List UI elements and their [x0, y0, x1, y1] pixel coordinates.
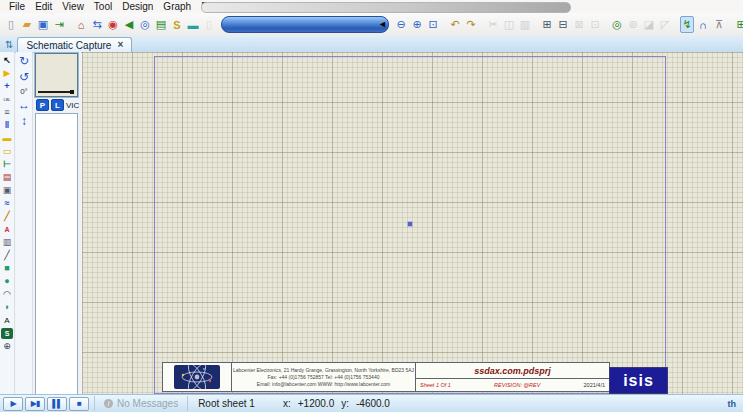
component-mode-icon[interactable]: ▶ [1, 68, 13, 79]
flip-vertical-icon[interactable]: ↕ [21, 115, 27, 128]
script-icon[interactable]: S [170, 16, 184, 33]
orientation-toolbar: ↻ ↺ 0° ↔ ↕ [16, 52, 33, 395]
stop-button[interactable]: ■ [69, 397, 89, 411]
menu-bar-gradient [201, 2, 571, 13]
box-2d-icon[interactable]: ■ [1, 263, 13, 274]
simulation-controls: ▶▶▮▌▌■ [0, 397, 94, 411]
terminal-mode-icon[interactable]: ▭ [1, 146, 13, 157]
marker-2d-icon[interactable]: ⊕ [1, 341, 13, 352]
block-delete-icon[interactable]: ⊡ [588, 16, 602, 33]
schematic-canvas[interactable]: Labcenter Electronics, 21 Hardy Grange, … [82, 52, 743, 395]
address-line-1: Labcenter Electronics, 21 Hardy Grange, … [232, 367, 415, 374]
x-value: +1200.0 [298, 398, 334, 409]
message-area[interactable]: i No Messages [94, 396, 188, 411]
block-rotate-icon[interactable]: ⊠ [572, 16, 586, 33]
flip-horizontal-icon[interactable]: ↔ [18, 99, 30, 112]
pick-devices-button[interactable]: P [36, 99, 49, 111]
new-design-icon[interactable]: ▯ [4, 16, 18, 33]
zoom-in-icon[interactable]: ⊕ [410, 16, 424, 33]
subcircuit-mode-icon[interactable]: ▬ [1, 133, 13, 144]
zoom-out-icon[interactable]: ⊖ [394, 16, 408, 33]
menu-design[interactable]: Design [117, 0, 158, 13]
save-design-icon[interactable]: ▣ [36, 16, 50, 33]
selection-mode-icon[interactable]: ↖ [1, 55, 13, 66]
project-info-cell: ssdax.com.pdsprj Sheet 1 Of 1 REVISION: … [416, 363, 609, 391]
wire-autorouter-icon[interactable]: ↯ [680, 16, 694, 33]
notes-icon[interactable]: ▬ [186, 16, 200, 33]
application-icon[interactable]: ⇅ [5, 39, 13, 50]
blank-page-icon[interactable]: ▯ [202, 16, 216, 33]
menu-edit[interactable]: Edit [30, 0, 57, 13]
arc-2d-icon[interactable]: ◠ [1, 289, 13, 300]
wire-label-mode-icon[interactable]: LBL [1, 94, 13, 105]
settings-target-icon[interactable]: ◉ [106, 16, 120, 33]
zoom-area-icon[interactable]: ⊡ [426, 16, 440, 33]
company-address: Labcenter Electronics, 21 Hardy Grange, … [232, 363, 416, 391]
block-move-icon[interactable]: ⊟ [556, 16, 570, 33]
play-button[interactable]: ▶ [3, 397, 23, 411]
open-design-icon[interactable]: ▰ [20, 16, 34, 33]
symbol-2d-icon[interactable]: S [1, 328, 13, 339]
junction-mode-icon[interactable]: + [1, 81, 13, 92]
tab-label: Schematic Capture [26, 40, 111, 51]
find-icon[interactable]: ◎ [138, 16, 152, 33]
import-design-icon[interactable]: ⇥ [52, 16, 66, 33]
object-selector: P L VIC [34, 52, 81, 395]
library-manager-button[interactable]: L [51, 99, 64, 111]
virtual-instruments-mode-icon[interactable]: ▥ [1, 237, 13, 248]
address-line-2: Fax: +44 (0)1756 752857 Tel: +44 (0)1756… [232, 374, 415, 381]
current-probe-mode-icon[interactable]: A [1, 224, 13, 235]
device-list[interactable] [35, 113, 78, 395]
redo-icon[interactable]: ↷ [464, 16, 478, 33]
make-device-icon[interactable]: ⊚ [626, 16, 640, 33]
toolbar-slider[interactable]: ◄ [221, 16, 389, 33]
slider-arrow-icon: ◄ [378, 20, 387, 29]
tab-close-icon[interactable]: × [117, 40, 123, 50]
circle-2d-icon[interactable]: ● [1, 276, 13, 287]
graph-mode-icon[interactable]: ▤ [1, 172, 13, 183]
cut-icon[interactable]: ✂ [486, 16, 500, 33]
paste-icon[interactable]: ▥ [518, 16, 532, 33]
menu-file[interactable]: File [4, 0, 30, 13]
generator-mode-icon[interactable]: ≈ [1, 198, 13, 209]
text-script-mode-icon[interactable]: ≡ [1, 107, 13, 118]
line-2d-icon[interactable]: ╱ [1, 250, 13, 261]
no-messages-icon: i [104, 399, 113, 408]
revision-label: REVISION: @REV [494, 382, 540, 388]
rotate-anticlockwise-icon[interactable]: ↺ [19, 71, 29, 84]
origin-marker [408, 222, 412, 226]
packaging-tool-icon[interactable]: ◪ [642, 16, 656, 33]
block-copy-icon[interactable]: ⊞ [540, 16, 554, 33]
bom-icon[interactable]: ▤ [154, 16, 168, 33]
sheet-info-row: Sheet 1 Of 1 REVISION: @REV 2021/4/1 [416, 379, 609, 391]
goto-icon[interactable]: ◀ [122, 16, 136, 33]
new-sheet-icon[interactable]: ⊞ [734, 16, 743, 33]
sheet-number: Sheet 1 Of 1 [420, 382, 451, 388]
menu-view[interactable]: View [57, 0, 89, 13]
text-2d-icon[interactable]: A [1, 315, 13, 326]
path-2d-icon[interactable]: ◗ [1, 302, 13, 313]
search-tag-icon[interactable]: ∩ [696, 16, 710, 33]
tab-schematic-capture[interactable]: Schematic Capture × [17, 37, 132, 52]
menu-tool[interactable]: Tool [89, 0, 117, 13]
menu-graph[interactable]: Graph [158, 0, 196, 13]
mode-toolbar: ↖▶+LBL≡‖▬▭⊢▤▣≈╱A▥╱■●◠◗AS⊕ [0, 52, 15, 395]
project-name: ssdax.com.pdsprj [416, 363, 609, 379]
zoom-center-icon[interactable]: ⇆ [90, 16, 104, 33]
copy-icon[interactable]: ◫ [502, 16, 516, 33]
labcenter-logo-cell [163, 363, 232, 391]
step-button[interactable]: ▶▮ [25, 397, 45, 411]
rotate-clockwise-icon[interactable]: ↻ [19, 55, 29, 68]
pick-parts-icon[interactable]: ◎ [610, 16, 624, 33]
device-pin-mode-icon[interactable]: ⊢ [1, 159, 13, 170]
property-assignment-icon[interactable]: ⊼ [712, 16, 726, 33]
home-icon[interactable]: ⌂ [74, 16, 88, 33]
pause-button[interactable]: ▌▌ [47, 397, 67, 411]
tab-strip: ⇅ Schematic Capture × [0, 36, 743, 53]
bus-mode-icon[interactable]: ‖ [1, 120, 13, 131]
voltage-probe-mode-icon[interactable]: ╱ [1, 211, 13, 222]
overview-minimap[interactable] [35, 53, 78, 97]
decompose-icon[interactable]: ◸ [658, 16, 672, 33]
undo-icon[interactable]: ↶ [448, 16, 462, 33]
tape-recorder-mode-icon[interactable]: ▣ [1, 185, 13, 196]
